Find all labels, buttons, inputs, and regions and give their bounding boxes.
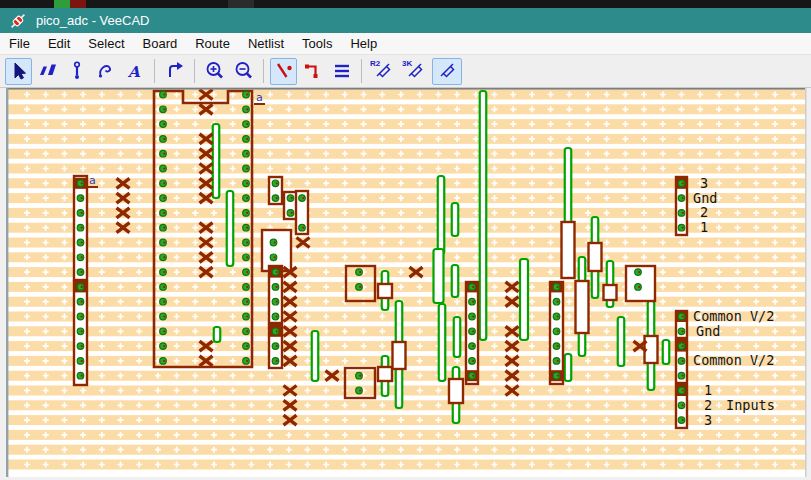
component-pin[interactable] xyxy=(678,358,685,365)
wire-link[interactable] xyxy=(663,340,670,364)
component-pin[interactable] xyxy=(272,195,279,202)
component-pin[interactable] xyxy=(635,269,642,276)
component-pin[interactable] xyxy=(160,269,167,276)
component-pin[interactable] xyxy=(160,254,167,261)
component-pin[interactable] xyxy=(243,313,250,320)
component-pin[interactable] xyxy=(160,328,167,335)
component-pin[interactable] xyxy=(243,91,250,98)
component-pin[interactable] xyxy=(243,224,250,231)
component-pin[interactable] xyxy=(77,180,84,187)
component-pin[interactable] xyxy=(160,343,167,350)
component-pin[interactable] xyxy=(160,195,167,202)
component-pin[interactable] xyxy=(678,402,685,409)
copper-strip[interactable] xyxy=(8,460,806,470)
component-pin[interactable] xyxy=(678,210,685,217)
strips-tool-button[interactable] xyxy=(328,58,355,85)
copper-strip[interactable] xyxy=(8,238,806,248)
wire-link[interactable] xyxy=(565,354,572,381)
component-pin[interactable] xyxy=(469,358,476,365)
component-pin[interactable] xyxy=(272,269,279,276)
component-pin[interactable] xyxy=(678,417,685,424)
component-pin[interactable] xyxy=(160,313,167,320)
component-pin[interactable] xyxy=(243,210,250,217)
component-pin[interactable] xyxy=(160,106,167,113)
pin-tool-button[interactable] xyxy=(63,58,90,85)
copper-strip[interactable] xyxy=(8,297,806,307)
component-pin[interactable] xyxy=(160,224,167,231)
component-pin[interactable] xyxy=(299,224,306,231)
menu-item-help[interactable]: Help xyxy=(341,34,386,53)
link-resistor-outline[interactable] xyxy=(449,379,463,403)
wire-link[interactable] xyxy=(213,124,220,198)
zoom-in-button[interactable] xyxy=(201,58,228,85)
component-pin[interactable] xyxy=(272,298,279,305)
component-pin[interactable] xyxy=(77,328,84,335)
component-pin[interactable] xyxy=(243,284,250,291)
wire-link[interactable] xyxy=(438,176,445,254)
component-pin[interactable] xyxy=(160,150,167,157)
component-pin[interactable] xyxy=(243,343,250,350)
component-pin[interactable] xyxy=(243,106,250,113)
menu-item-board[interactable]: Board xyxy=(134,34,187,53)
component-pin[interactable] xyxy=(77,298,84,305)
wire-link[interactable] xyxy=(312,331,319,381)
component-pin[interactable] xyxy=(272,180,279,187)
strip-edit-tool-button[interactable] xyxy=(270,58,297,85)
component-pin[interactable] xyxy=(160,284,167,291)
zoom-out-button[interactable] xyxy=(230,58,257,85)
component-pin[interactable] xyxy=(243,328,250,335)
copper-strip[interactable] xyxy=(8,90,806,100)
component-pin[interactable] xyxy=(553,343,560,350)
component-pin[interactable] xyxy=(77,195,84,202)
link-resistor-outline[interactable] xyxy=(604,285,617,300)
component-pin[interactable] xyxy=(678,224,685,231)
component-pin[interactable] xyxy=(160,239,167,246)
wire-link[interactable] xyxy=(454,317,461,357)
component-pin[interactable] xyxy=(243,358,250,365)
component-pin[interactable] xyxy=(160,165,167,172)
component-pin[interactable] xyxy=(553,313,560,320)
component-pin[interactable] xyxy=(678,343,685,350)
component-pin[interactable] xyxy=(553,358,560,365)
place-parts-tool-button[interactable] xyxy=(34,58,61,85)
component-pin[interactable] xyxy=(160,121,167,128)
resistor-r2-tool-button[interactable]: R2 xyxy=(368,58,398,85)
text-tool-button[interactable]: A xyxy=(121,58,148,85)
component-pin[interactable] xyxy=(243,269,250,276)
link-resistor-outline[interactable] xyxy=(576,281,589,333)
net-tool-button[interactable] xyxy=(299,58,326,85)
component-pin[interactable] xyxy=(243,150,250,157)
menu-item-select[interactable]: Select xyxy=(79,34,133,53)
menu-item-edit[interactable]: Edit xyxy=(39,34,79,53)
component-pin[interactable] xyxy=(77,254,84,261)
component-pin[interactable] xyxy=(678,195,685,202)
component-pin[interactable] xyxy=(243,165,250,172)
component-pin[interactable] xyxy=(160,91,167,98)
component-pin[interactable] xyxy=(469,372,476,379)
component-pin[interactable] xyxy=(77,210,84,217)
component-pin[interactable] xyxy=(678,387,685,394)
component-pin[interactable] xyxy=(77,372,84,379)
copper-strip[interactable] xyxy=(8,252,806,262)
component-pin[interactable] xyxy=(356,269,363,276)
component-pin[interactable] xyxy=(270,239,277,246)
component-pin[interactable] xyxy=(272,328,279,335)
menu-item-route[interactable]: Route xyxy=(186,34,239,53)
component-pin[interactable] xyxy=(356,284,363,291)
component-pin[interactable] xyxy=(553,372,560,379)
component-pin[interactable] xyxy=(77,224,84,231)
wire-link[interactable] xyxy=(439,304,446,381)
component-pin[interactable] xyxy=(678,313,685,320)
copper-strip[interactable] xyxy=(8,445,806,455)
wire-link[interactable] xyxy=(618,317,625,366)
component-pin[interactable] xyxy=(77,269,84,276)
component-pin[interactable] xyxy=(270,254,277,261)
component-pin[interactable] xyxy=(469,343,476,350)
component-pin[interactable] xyxy=(469,313,476,320)
component-pin[interactable] xyxy=(160,298,167,305)
wire-tool-button[interactable] xyxy=(92,58,119,85)
wire-link[interactable] xyxy=(520,259,528,340)
resistor-tool-button[interactable] xyxy=(432,58,462,85)
component-pin[interactable] xyxy=(635,284,642,291)
wire-link[interactable] xyxy=(453,402,460,423)
